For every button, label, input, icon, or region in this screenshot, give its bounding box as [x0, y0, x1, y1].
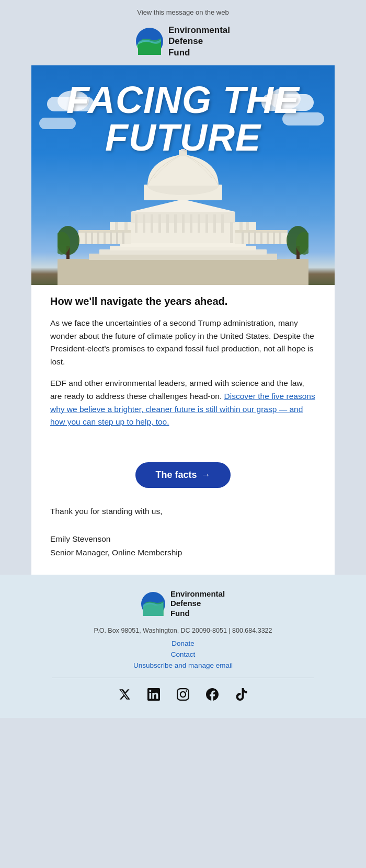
hero-image: FACING THE FUTURE [31, 65, 335, 285]
svg-rect-24 [230, 222, 233, 243]
closing-signature-name: Emily Stevenson [50, 532, 316, 546]
svg-rect-21 [205, 214, 208, 233]
edf-logo-icon [136, 28, 163, 55]
svg-rect-18 [182, 214, 185, 233]
capitol-building [31, 149, 335, 285]
email-wrapper: View this message on the web Environment… [0, 0, 366, 718]
cta-label: The facts [155, 470, 197, 480]
svg-rect-39 [110, 232, 112, 244]
svg-rect-48 [267, 232, 269, 244]
svg-rect-47 [260, 232, 262, 244]
svg-marker-27 [131, 199, 235, 212]
svg-rect-41 [122, 232, 124, 244]
footer: Environmental Defense Fund P.O. Box 9805… [0, 575, 366, 718]
footer-logo-area: Environmental Defense Fund [19, 589, 347, 619]
x-twitter-icon[interactable] [116, 686, 133, 703]
svg-rect-3 [58, 259, 308, 285]
svg-rect-40 [116, 232, 118, 244]
tiktok-icon[interactable] [233, 686, 250, 703]
closing-text: Thank you for standing with us, Emily St… [31, 493, 335, 574]
svg-rect-19 [190, 214, 192, 233]
paragraph-1: As we face the uncertainties of a second… [50, 317, 316, 369]
svg-rect-20 [198, 214, 200, 233]
cta-area: The facts→ [31, 452, 335, 493]
header-logo-area: Environmental Defense Fund [0, 20, 366, 65]
svg-rect-17 [174, 214, 177, 233]
view-on-web-link[interactable]: View this message on the web [137, 8, 228, 16]
the-facts-button[interactable]: The facts→ [135, 462, 230, 488]
closing-line1: Thank you for standing with us, [50, 505, 316, 518]
svg-rect-37 [97, 232, 99, 244]
svg-rect-49 [273, 232, 275, 244]
footer-org-name: Environmental Defense Fund [170, 589, 225, 619]
top-bar: View this message on the web [0, 0, 366, 20]
main-content: FACING THE FUTURE [31, 65, 335, 575]
footer-address: P.O. Box 98051, Washington, DC 20090-805… [19, 627, 347, 634]
linkedin-icon[interactable] [145, 686, 163, 703]
svg-rect-36 [91, 232, 93, 244]
hero-line1: FACING THE [31, 81, 335, 119]
cta-arrow: → [201, 470, 211, 480]
svg-rect-50 [279, 232, 281, 244]
svg-rect-12 [135, 214, 138, 233]
svg-rect-22 [213, 214, 216, 233]
footer-unsubscribe-link[interactable]: Unsubscribe and manage email [133, 661, 233, 669]
svg-rect-45 [248, 232, 250, 244]
footer-donate-link[interactable]: Donate [171, 639, 195, 647]
body-content: How we'll navigate the years ahead. As w… [31, 285, 335, 452]
paragraph-2: EDF and other environmental leaders, arm… [50, 377, 316, 429]
svg-rect-16 [166, 214, 169, 233]
footer-links: Donate Contact Unsubscribe and manage em… [19, 639, 347, 669]
svg-rect-46 [254, 232, 256, 244]
svg-rect-14 [151, 214, 153, 233]
hero-headline: FACING THE FUTURE [31, 81, 335, 156]
svg-rect-15 [158, 214, 161, 233]
svg-rect-35 [85, 232, 87, 244]
instagram-icon[interactable] [174, 686, 192, 703]
svg-rect-13 [143, 214, 145, 233]
hero-line2: FUTURE [31, 119, 335, 156]
footer-edf-logo-icon [141, 592, 165, 616]
closing-signature-title: Senior Manager, Online Membership [50, 546, 316, 559]
footer-contact-link[interactable]: Contact [171, 650, 196, 658]
svg-rect-23 [221, 214, 224, 233]
subheadline: How we'll navigate the years ahead. [50, 295, 316, 307]
social-icons-bar [19, 686, 347, 709]
facebook-icon[interactable] [203, 686, 221, 703]
header-org-name: Environmental Defense Fund [168, 25, 230, 58]
footer-divider [52, 678, 314, 678]
svg-rect-44 [242, 232, 244, 244]
svg-rect-38 [104, 232, 106, 244]
